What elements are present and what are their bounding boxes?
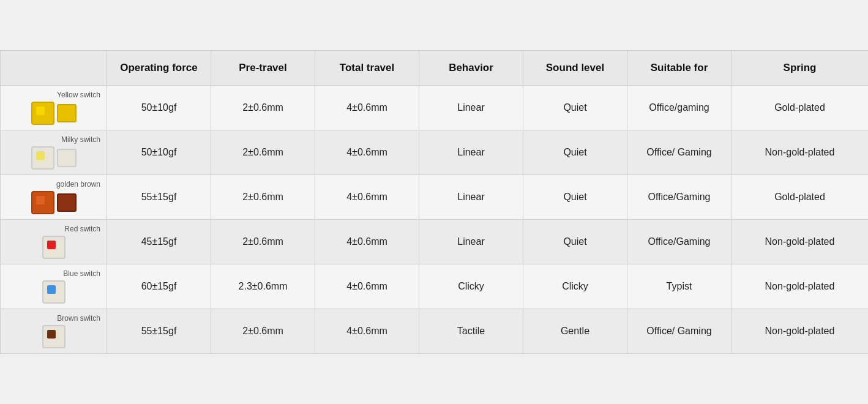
suitable-for-cell: Typist [627, 264, 731, 309]
suitable-for-cell: Office/Gaming [627, 175, 731, 220]
col-header-pre: Pre-travel [211, 51, 315, 86]
switch-cell-milky: Milky switch [1, 130, 107, 175]
sound-level-cell: Clicky [523, 264, 627, 309]
table-row: Blue switch 60±15gf 2.3±0.6mm 4±0.6mm Cl… [1, 264, 869, 309]
suitable-for-cell: Office/Gaming [627, 220, 731, 264]
behavior-cell: Tactile [419, 309, 523, 354]
spring-cell: Gold-plated [731, 175, 869, 220]
total-travel-cell: 4±0.6mm [315, 175, 419, 220]
switch-name-label: golden brown [3, 180, 104, 189]
pre-travel-cell: 2±0.6mm [211, 309, 315, 354]
pre-travel-cell: 2±0.6mm [211, 130, 315, 175]
spring-cell: Non-gold-plated [731, 220, 869, 264]
col-header-behav: Behavior [419, 51, 523, 86]
spring-cell: Non-gold-plated [731, 264, 869, 309]
sound-level-cell: Gentle [523, 309, 627, 354]
op-force-cell: 55±15gf [107, 175, 211, 220]
table-row: Yellow switch 50±10gf 2±0.6mm 4±0.6mm Li… [1, 86, 869, 130]
total-travel-cell: 4±0.6mm [315, 130, 419, 175]
switch-cell-red: Red switch [1, 220, 107, 264]
pre-travel-cell: 2±0.6mm [211, 220, 315, 264]
switch-cell-golden: golden brown [1, 175, 107, 220]
op-force-cell: 55±15gf [107, 309, 211, 354]
switch-name-label: Blue switch [3, 269, 104, 278]
op-force-cell: 50±10gf [107, 130, 211, 175]
col-header-spring: Spring [731, 51, 869, 86]
col-header-total: Total travel [315, 51, 419, 86]
spring-cell: Non-gold-plated [731, 130, 869, 175]
op-force-cell: 60±15gf [107, 264, 211, 309]
table-row: Milky switch 50±10gf 2±0.6mm 4±0.6mm Lin… [1, 130, 869, 175]
switch-name-label: Yellow switch [3, 91, 104, 99]
sound-level-cell: Quiet [523, 86, 627, 130]
total-travel-cell: 4±0.6mm [315, 220, 419, 264]
behavior-cell: Linear [419, 86, 523, 130]
op-force-cell: 45±15gf [107, 220, 211, 264]
op-force-cell: 50±10gf [107, 86, 211, 130]
behavior-cell: Clicky [419, 264, 523, 309]
switch-cell-brown: Brown switch [1, 309, 107, 354]
behavior-cell: Linear [419, 130, 523, 175]
switch-name-label: Milky switch [3, 135, 104, 144]
suitable-for-cell: Office/ Gaming [627, 309, 731, 354]
pre-travel-cell: 2±0.6mm [211, 86, 315, 130]
table-row: Brown switch 55±15gf 2±0.6mm 4±0.6mm Tac… [1, 309, 869, 354]
col-header-sound: Sound level [523, 51, 627, 86]
behavior-cell: Linear [419, 175, 523, 220]
col-header-switch [1, 51, 107, 86]
switch-name-label: Red switch [3, 225, 104, 233]
table-body: Yellow switch 50±10gf 2±0.6mm 4±0.6mm Li… [1, 86, 869, 354]
table-row: golden brown 55±15gf 2±0.6mm 4±0.6mm Lin… [1, 175, 869, 220]
total-travel-cell: 4±0.6mm [315, 309, 419, 354]
sound-level-cell: Quiet [523, 130, 627, 175]
suitable-for-cell: Office/gaming [627, 86, 731, 130]
total-travel-cell: 4±0.6mm [315, 86, 419, 130]
pre-travel-cell: 2±0.6mm [211, 175, 315, 220]
suitable-for-cell: Office/ Gaming [627, 130, 731, 175]
switch-comparison-table: Operating force Pre-travel Total travel … [0, 50, 868, 354]
switch-name-label: Brown switch [3, 314, 104, 323]
spring-cell: Gold-plated [731, 86, 869, 130]
total-travel-cell: 4±0.6mm [315, 264, 419, 309]
switch-cell-yellow: Yellow switch [1, 86, 107, 130]
col-header-suit: Suitable for [627, 51, 731, 86]
pre-travel-cell: 2.3±0.6mm [211, 264, 315, 309]
table-header-row: Operating force Pre-travel Total travel … [1, 51, 869, 86]
sound-level-cell: Quiet [523, 220, 627, 264]
switch-cell-blue: Blue switch [1, 264, 107, 309]
comparison-table-wrapper: Operating force Pre-travel Total travel … [0, 50, 868, 354]
sound-level-cell: Quiet [523, 175, 627, 220]
spring-cell: Non-gold-plated [731, 309, 869, 354]
col-header-op: Operating force [107, 51, 211, 86]
behavior-cell: Linear [419, 220, 523, 264]
table-row: Red switch 45±15gf 2±0.6mm 4±0.6mm Linea… [1, 220, 869, 264]
